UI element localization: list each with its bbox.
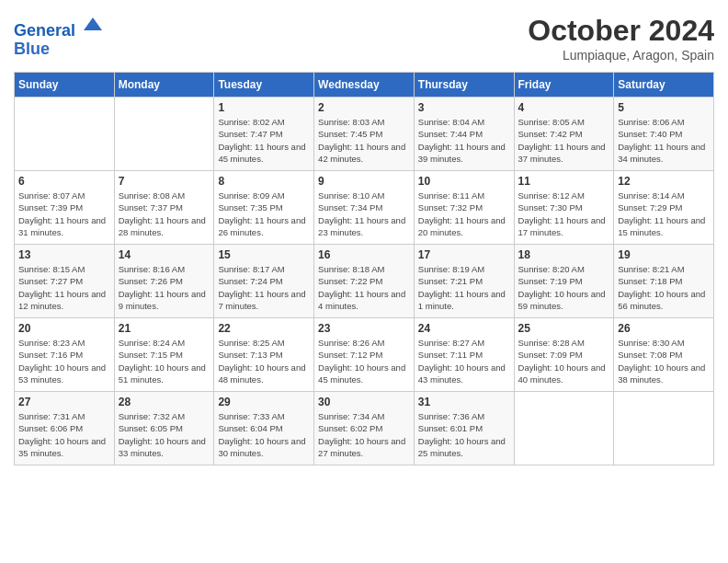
calendar-cell: 30Sunrise: 7:34 AM Sunset: 6:02 PM Dayli… — [314, 392, 415, 465]
calendar-cell: 1Sunrise: 8:02 AM Sunset: 7:47 PM Daylig… — [214, 98, 314, 171]
col-header-friday: Friday — [514, 73, 614, 98]
week-row-3: 13Sunrise: 8:15 AM Sunset: 7:27 PM Dayli… — [15, 245, 714, 318]
day-info: Sunrise: 8:16 AM Sunset: 7:26 PM Dayligh… — [119, 263, 210, 312]
day-number: 25 — [518, 322, 610, 335]
day-number: 7 — [119, 175, 210, 188]
calendar-cell: 6Sunrise: 8:07 AM Sunset: 7:39 PM Daylig… — [15, 171, 115, 245]
calendar-cell: 27Sunrise: 7:31 AM Sunset: 6:06 PM Dayli… — [15, 392, 115, 465]
day-number: 27 — [18, 396, 110, 408]
calendar-cell: 15Sunrise: 8:17 AM Sunset: 7:24 PM Dayli… — [214, 245, 314, 318]
svg-marker-0 — [84, 17, 102, 30]
calendar-cell: 20Sunrise: 8:23 AM Sunset: 7:16 PM Dayli… — [15, 318, 115, 392]
day-info: Sunrise: 8:24 AM Sunset: 7:15 PM Dayligh… — [119, 337, 210, 385]
calendar-cell: 29Sunrise: 7:33 AM Sunset: 6:04 PM Dayli… — [214, 392, 314, 465]
day-info: Sunrise: 8:07 AM Sunset: 7:39 PM Dayligh… — [18, 190, 110, 238]
day-info: Sunrise: 8:02 AM Sunset: 7:47 PM Dayligh… — [218, 116, 310, 165]
calendar-cell: 28Sunrise: 7:32 AM Sunset: 6:05 PM Dayli… — [114, 392, 214, 465]
day-info: Sunrise: 8:08 AM Sunset: 7:37 PM Dayligh… — [119, 190, 210, 238]
day-info: Sunrise: 8:09 AM Sunset: 7:35 PM Dayligh… — [218, 190, 310, 238]
day-number: 14 — [119, 248, 210, 261]
day-number: 8 — [218, 175, 310, 188]
calendar-cell: 31Sunrise: 7:36 AM Sunset: 6:01 PM Dayli… — [414, 392, 514, 465]
day-info: Sunrise: 8:26 AM Sunset: 7:12 PM Dayligh… — [318, 337, 410, 385]
col-header-saturday: Saturday — [614, 73, 714, 98]
calendar-cell — [114, 98, 214, 171]
calendar-cell: 14Sunrise: 8:16 AM Sunset: 7:26 PM Dayli… — [114, 245, 214, 318]
day-number: 6 — [18, 175, 110, 188]
week-row-5: 27Sunrise: 7:31 AM Sunset: 6:06 PM Dayli… — [15, 392, 714, 465]
week-row-2: 6Sunrise: 8:07 AM Sunset: 7:39 PM Daylig… — [15, 171, 714, 245]
day-info: Sunrise: 8:19 AM Sunset: 7:21 PM Dayligh… — [418, 263, 510, 312]
day-number: 10 — [418, 175, 510, 188]
day-number: 1 — [218, 101, 310, 114]
day-info: Sunrise: 8:06 AM Sunset: 7:40 PM Dayligh… — [618, 116, 710, 165]
header-row: SundayMondayTuesdayWednesdayThursdayFrid… — [15, 73, 714, 98]
calendar-cell: 13Sunrise: 8:15 AM Sunset: 7:27 PM Dayli… — [15, 245, 115, 318]
day-number: 3 — [418, 101, 510, 114]
day-info: Sunrise: 8:17 AM Sunset: 7:24 PM Dayligh… — [218, 263, 310, 312]
day-number: 12 — [618, 175, 710, 188]
day-number: 17 — [418, 248, 510, 261]
day-info: Sunrise: 8:18 AM Sunset: 7:22 PM Dayligh… — [318, 263, 410, 312]
calendar-cell: 10Sunrise: 8:11 AM Sunset: 7:32 PM Dayli… — [414, 171, 514, 245]
calendar-cell: 24Sunrise: 8:27 AM Sunset: 7:11 PM Dayli… — [414, 318, 514, 392]
day-info: Sunrise: 8:21 AM Sunset: 7:18 PM Dayligh… — [618, 263, 710, 312]
day-info: Sunrise: 8:30 AM Sunset: 7:08 PM Dayligh… — [618, 337, 710, 385]
calendar-cell: 7Sunrise: 8:08 AM Sunset: 7:37 PM Daylig… — [114, 171, 214, 245]
calendar-cell: 16Sunrise: 8:18 AM Sunset: 7:22 PM Dayli… — [314, 245, 415, 318]
calendar-cell — [514, 392, 614, 465]
calendar-cell: 12Sunrise: 8:14 AM Sunset: 7:29 PM Dayli… — [614, 171, 714, 245]
calendar-table: SundayMondayTuesdayWednesdayThursdayFrid… — [14, 72, 714, 465]
day-number: 26 — [618, 322, 710, 335]
page-header: General Blue October 2024 Lumpiaque, Ara… — [14, 14, 714, 63]
calendar-cell: 26Sunrise: 8:30 AM Sunset: 7:08 PM Dayli… — [614, 318, 714, 392]
calendar-cell — [614, 392, 714, 465]
day-info: Sunrise: 7:32 AM Sunset: 6:05 PM Dayligh… — [119, 410, 210, 459]
day-info: Sunrise: 8:25 AM Sunset: 7:13 PM Dayligh… — [218, 337, 310, 385]
day-number: 31 — [418, 396, 510, 408]
day-info: Sunrise: 7:33 AM Sunset: 6:04 PM Dayligh… — [218, 410, 310, 459]
day-info: Sunrise: 8:12 AM Sunset: 7:30 PM Dayligh… — [518, 190, 610, 238]
day-number: 5 — [618, 101, 710, 114]
day-info: Sunrise: 8:04 AM Sunset: 7:44 PM Dayligh… — [418, 116, 510, 165]
day-number: 4 — [518, 101, 610, 114]
col-header-thursday: Thursday — [414, 73, 514, 98]
day-number: 20 — [18, 322, 110, 335]
calendar-cell: 9Sunrise: 8:10 AM Sunset: 7:34 PM Daylig… — [314, 171, 415, 245]
day-number: 22 — [218, 322, 310, 335]
calendar-cell: 18Sunrise: 8:20 AM Sunset: 7:19 PM Dayli… — [514, 245, 614, 318]
calendar-cell: 25Sunrise: 8:28 AM Sunset: 7:09 PM Dayli… — [514, 318, 614, 392]
day-info: Sunrise: 7:34 AM Sunset: 6:02 PM Dayligh… — [318, 410, 410, 459]
day-info: Sunrise: 7:31 AM Sunset: 6:06 PM Dayligh… — [18, 410, 110, 459]
calendar-cell: 3Sunrise: 8:04 AM Sunset: 7:44 PM Daylig… — [414, 98, 514, 171]
day-number: 15 — [218, 248, 310, 261]
col-header-monday: Monday — [114, 73, 214, 98]
logo-general: General — [14, 21, 75, 40]
col-header-sunday: Sunday — [15, 73, 115, 98]
day-info: Sunrise: 7:36 AM Sunset: 6:01 PM Dayligh… — [418, 410, 510, 459]
day-info: Sunrise: 8:27 AM Sunset: 7:11 PM Dayligh… — [418, 337, 510, 385]
day-number: 19 — [618, 248, 710, 261]
day-number: 29 — [218, 396, 310, 408]
logo: General Blue — [14, 14, 104, 59]
day-number: 13 — [18, 248, 110, 261]
day-info: Sunrise: 8:23 AM Sunset: 7:16 PM Dayligh… — [18, 337, 110, 385]
day-number: 30 — [318, 396, 410, 408]
day-number: 28 — [119, 396, 210, 408]
location-subtitle: Lumpiaque, Aragon, Spain — [528, 48, 714, 63]
calendar-cell: 17Sunrise: 8:19 AM Sunset: 7:21 PM Dayli… — [414, 245, 514, 318]
logo-icon — [82, 14, 104, 36]
calendar-cell: 8Sunrise: 8:09 AM Sunset: 7:35 PM Daylig… — [214, 171, 314, 245]
calendar-cell: 19Sunrise: 8:21 AM Sunset: 7:18 PM Dayli… — [614, 245, 714, 318]
day-number: 21 — [119, 322, 210, 335]
calendar-cell: 21Sunrise: 8:24 AM Sunset: 7:15 PM Dayli… — [114, 318, 214, 392]
calendar-cell: 4Sunrise: 8:05 AM Sunset: 7:42 PM Daylig… — [514, 98, 614, 171]
day-info: Sunrise: 8:11 AM Sunset: 7:32 PM Dayligh… — [418, 190, 510, 238]
calendar-cell: 11Sunrise: 8:12 AM Sunset: 7:30 PM Dayli… — [514, 171, 614, 245]
day-info: Sunrise: 8:05 AM Sunset: 7:42 PM Dayligh… — [518, 116, 610, 165]
day-number: 18 — [518, 248, 610, 261]
day-info: Sunrise: 8:15 AM Sunset: 7:27 PM Dayligh… — [18, 263, 110, 312]
day-number: 9 — [318, 175, 410, 188]
day-info: Sunrise: 8:28 AM Sunset: 7:09 PM Dayligh… — [518, 337, 610, 385]
week-row-4: 20Sunrise: 8:23 AM Sunset: 7:16 PM Dayli… — [15, 318, 714, 392]
